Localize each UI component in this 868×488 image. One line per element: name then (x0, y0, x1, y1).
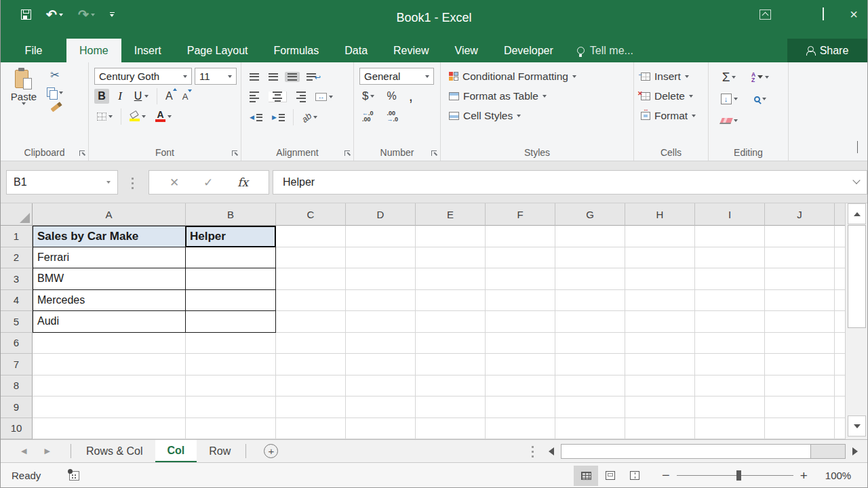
font-size-dropdown-icon[interactable] (228, 75, 232, 78)
col-header-E[interactable]: E (416, 203, 486, 226)
align-top-button[interactable] (247, 72, 262, 82)
save-button[interactable] (21, 9, 31, 20)
cell-F8[interactable] (486, 375, 555, 397)
vertical-scroll-thumb[interactable] (848, 225, 866, 328)
tab-bar-grip-icon[interactable] (532, 445, 534, 458)
bold-button[interactable]: B (94, 89, 109, 104)
scroll-right-icon[interactable] (852, 447, 858, 455)
cell-E1[interactable] (416, 226, 486, 247)
format-dropdown-icon[interactable] (692, 115, 696, 117)
zoom-in-button[interactable]: + (800, 468, 808, 483)
cell-B10[interactable] (186, 418, 276, 440)
col-header-G[interactable]: G (555, 203, 625, 226)
cell-A1[interactable]: Sales by Car Make (33, 226, 186, 247)
cut-button[interactable]: ✂ (44, 69, 66, 81)
cell-C3[interactable] (276, 268, 346, 290)
align-left-button[interactable] (247, 90, 262, 104)
autosum-dropdown-icon[interactable] (732, 76, 736, 79)
row-header-9[interactable]: 9 (1, 396, 33, 418)
increase-indent-button[interactable]: ▶ (269, 113, 288, 123)
cell-H8[interactable] (625, 375, 695, 397)
page-break-view-button[interactable] (623, 466, 647, 486)
macro-record-icon[interactable] (69, 471, 79, 481)
format-as-table-dropdown-icon[interactable] (542, 95, 547, 98)
sheet-nav-left-icon[interactable]: ◀ (21, 447, 26, 455)
cell-D6[interactable] (346, 333, 416, 354)
wrap-text-button[interactable]: ↩ (304, 72, 319, 82)
customize-qat-button[interactable] (110, 12, 115, 18)
cell-G1[interactable] (555, 226, 625, 247)
horizontal-scrollbar[interactable] (549, 444, 858, 459)
share-button[interactable]: Share (787, 39, 867, 62)
cell-A9[interactable] (33, 396, 186, 418)
col-header-J[interactable]: J (765, 203, 835, 226)
cell-G2[interactable] (555, 247, 625, 269)
row-header-2[interactable]: 2 (1, 247, 33, 269)
cancel-icon[interactable]: ✕ (170, 176, 179, 190)
cell-H10[interactable] (625, 418, 695, 440)
row-header-5[interactable]: 5 (1, 311, 33, 333)
clear-dropdown-icon[interactable] (734, 119, 738, 122)
cell-E4[interactable] (416, 290, 486, 312)
fill-color-button[interactable] (127, 111, 149, 123)
cell-E8[interactable] (416, 375, 486, 397)
insert-function-icon[interactable]: fx (237, 176, 248, 189)
cell-G7[interactable] (555, 354, 625, 375)
col-header-C[interactable]: C (276, 203, 346, 226)
cell-A6[interactable] (33, 333, 186, 354)
cell-partial-8[interactable] (835, 375, 846, 397)
cell-partial-6[interactable] (835, 333, 846, 354)
cell-G10[interactable] (555, 418, 625, 440)
row-header-8[interactable]: 8 (1, 375, 33, 397)
increase-font-size-button[interactable]: A (163, 89, 176, 104)
cell-partial-4[interactable] (835, 290, 846, 312)
sheet-tab-col[interactable]: Col (155, 440, 197, 462)
cell-B4[interactable] (186, 290, 276, 312)
paste-button[interactable]: Paste (6, 68, 41, 144)
cell-partial-5[interactable] (835, 311, 846, 333)
cell-J5[interactable] (765, 311, 835, 333)
find-select-dropdown-icon[interactable] (762, 98, 766, 100)
cell-E6[interactable] (416, 333, 486, 354)
percent-style-button[interactable]: % (384, 89, 399, 104)
cell-I5[interactable] (695, 311, 765, 333)
conditional-formatting-button[interactable]: Conditional Formatting (449, 66, 629, 86)
cell-I3[interactable] (695, 268, 765, 290)
align-right-button[interactable] (294, 90, 309, 104)
zoom-slider[interactable] (677, 475, 793, 476)
scroll-left-icon[interactable] (549, 447, 554, 455)
horizontal-scroll-track[interactable] (561, 444, 846, 459)
merge-center-dropdown-icon[interactable] (329, 96, 333, 98)
cell-D4[interactable] (346, 290, 416, 312)
normal-view-button[interactable] (574, 466, 598, 486)
tab-home[interactable]: Home (66, 39, 121, 62)
cell-partial-7[interactable] (835, 354, 846, 375)
cell-partial-2[interactable] (835, 247, 846, 269)
italic-button[interactable]: I (113, 88, 127, 104)
cell-G4[interactable] (555, 290, 625, 312)
borders-button[interactable] (94, 111, 115, 122)
decrease-indent-button[interactable]: ◀ (247, 113, 265, 123)
delete-dropdown-icon[interactable] (689, 95, 693, 98)
sheet-nav-right-icon[interactable]: ▶ (44, 447, 50, 455)
align-bottom-button[interactable] (285, 72, 300, 82)
cell-A10[interactable] (33, 418, 186, 440)
alignment-dialog-launcher[interactable] (344, 150, 350, 156)
cell-C4[interactable] (276, 290, 346, 312)
col-header-B[interactable]: B (186, 203, 276, 226)
cell-H3[interactable] (625, 268, 695, 290)
increase-decimal-button[interactable]: ←.0.00 (359, 109, 376, 124)
cell-I2[interactable] (695, 247, 765, 269)
cell-styles-dropdown-icon[interactable] (517, 115, 521, 117)
number-format-select[interactable]: General (359, 68, 434, 85)
font-dialog-launcher[interactable] (232, 150, 237, 156)
cell-A4[interactable]: Mercedes (33, 290, 186, 312)
font-color-dropdown-icon[interactable] (167, 115, 172, 118)
comma-style-button[interactable]: , (406, 92, 416, 101)
tell-me-box[interactable]: Tell me... (566, 39, 644, 62)
cell-J9[interactable] (765, 396, 835, 418)
copy-dropdown-icon[interactable] (59, 92, 63, 94)
font-size-select[interactable]: 11 (195, 68, 237, 85)
delete-cells-button[interactable]: ✕ Delete (641, 86, 704, 106)
cell-B6[interactable] (186, 333, 276, 354)
